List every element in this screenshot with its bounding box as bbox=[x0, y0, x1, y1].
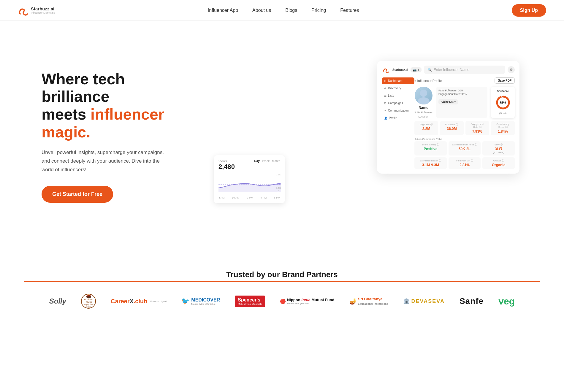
dash-main-content: < Influencer Profile Save PDF bbox=[414, 77, 515, 169]
nav-influencer-app[interactable]: Influencer App bbox=[208, 8, 238, 13]
metric-paid-post-value: 2.81% bbox=[451, 163, 479, 167]
logo[interactable]: Starbuzz.ai Influencer Marketing bbox=[18, 4, 55, 17]
profile-main-section: Name 3.4M Followers Location Fake Follow… bbox=[414, 87, 515, 118]
x-label-4pm: 4 PM bbox=[260, 196, 267, 199]
dash-gear-icon: ⚙ bbox=[508, 66, 515, 73]
hero-title-line2: meets bbox=[42, 106, 91, 123]
profile-name: Name bbox=[419, 106, 428, 110]
sidebar-campaigns-label: Campaigns bbox=[388, 101, 403, 105]
metric-reach: Estimated Reach ⓘ 3.1M-9.3M bbox=[414, 157, 447, 169]
chart-area: 2.5K AVG 1.5K 0 bbox=[218, 173, 280, 194]
tab-month[interactable]: Month bbox=[272, 159, 280, 163]
metric-followers-value: 36.0M bbox=[442, 127, 461, 131]
partner-sanfe: Sanfe bbox=[460, 296, 484, 306]
metric-consistency: Consistency Score ⓘ 1.84% bbox=[491, 121, 515, 135]
nav-features[interactable]: Features bbox=[340, 8, 359, 13]
nippon-name: Nippon india Mutual Fund bbox=[287, 298, 335, 302]
hero-section: Where tech brilliance meets influencer m… bbox=[0, 21, 564, 252]
partner-nippon: 🔴 Nippon india Mutual Fund Wealth sets y… bbox=[280, 298, 335, 305]
dashboard-card: Starbuzz.ai 📷▾ 🔍 Enter Influencer Name ⚙… bbox=[377, 61, 519, 174]
save-pdf-button[interactable]: Save PDF bbox=[495, 77, 515, 84]
metric-growth-value: Organic bbox=[485, 163, 512, 167]
sidebar-dashboard[interactable]: ⊞ Dashboard bbox=[382, 77, 414, 84]
nav-about-us[interactable]: About us bbox=[252, 8, 271, 13]
profile-icon: 👤 bbox=[384, 117, 387, 120]
back-button[interactable]: < Influencer Profile bbox=[414, 79, 442, 82]
hero-content: Where tech brilliance meets influencer m… bbox=[42, 70, 196, 203]
views-info: Views 2,480 bbox=[218, 159, 235, 171]
tab-day[interactable]: Day bbox=[254, 159, 259, 163]
sidebar-lists[interactable]: ☰ Lists bbox=[382, 92, 414, 99]
profile-header: < Influencer Profile Save PDF bbox=[414, 77, 515, 84]
line-chart: 2.5K AVG 1.5K 0 bbox=[218, 173, 281, 192]
dash-sidebar: ⊞ Dashboard ⊕ Discovery ☰ Lists ⊡ Campai… bbox=[382, 77, 414, 169]
partner-almond-house: 🌰 ALMONDHOUSE makes fine living affordab… bbox=[81, 294, 96, 309]
discovery-icon: ⊕ bbox=[384, 87, 386, 90]
hero-title-line1: Where tech brilliance bbox=[42, 70, 125, 105]
nav-blogs[interactable]: Blogs bbox=[285, 8, 297, 13]
cta-button[interactable]: Get Started for Free bbox=[42, 186, 113, 203]
dash-search-placeholder: Enter Influencer Name bbox=[434, 68, 469, 72]
chart-x-labels: 8 AM 10 AM 2 PM 4 PM 6 PM bbox=[218, 196, 280, 199]
nav-pricing[interactable]: Pricing bbox=[311, 8, 326, 13]
partner-medicover: 🐦 MEDICOVER Makes living affordable bbox=[181, 297, 220, 305]
partners-title: Trusted by our Brand Partners bbox=[226, 270, 338, 279]
sidebar-profile[interactable]: 👤 Profile bbox=[382, 115, 414, 121]
sidebar-campaigns[interactable]: ⊡ Campaigns bbox=[382, 100, 414, 107]
almond-house-icon: 🌰 ALMONDHOUSE makes fine living affordab… bbox=[81, 294, 96, 309]
dash-body: ⊞ Dashboard ⊕ Discovery ☰ Lists ⊡ Campai… bbox=[382, 77, 515, 169]
hero-illustration: Starbuzz.ai 📷▾ 🔍 Enter Influencer Name ⚙… bbox=[196, 55, 522, 218]
metric-paid-post-label: Paid Post ER ⓘ bbox=[451, 159, 479, 162]
sidebar-communication[interactable]: ✉ Communication bbox=[382, 107, 414, 114]
partners-section: Trusted by our Brand Partners Solly 🌰 AL… bbox=[0, 252, 564, 332]
avatar bbox=[415, 87, 432, 104]
partner-devaseva: 🏛️ DEVASEVA bbox=[403, 298, 445, 304]
sb-score-box: SB Score 85% (Good) bbox=[491, 87, 515, 118]
nippon-logo: 🔴 Nippon india Mutual Fund Wealth sets y… bbox=[280, 298, 335, 305]
views-label: Views bbox=[218, 159, 235, 163]
sidebar-communication-label: Communication bbox=[388, 109, 408, 112]
add-to-list-button[interactable]: Add to List + bbox=[438, 99, 458, 104]
medicover-bird: 🐦 bbox=[181, 297, 189, 305]
logo-icon bbox=[18, 4, 28, 17]
sanfe-text: Sanfe bbox=[460, 296, 484, 306]
hero-title: Where tech brilliance meets influencer m… bbox=[42, 70, 196, 141]
communication-icon: ✉ bbox=[384, 109, 386, 112]
sidebar-discovery[interactable]: ⊕ Discovery bbox=[382, 85, 414, 92]
partners-underline bbox=[24, 281, 540, 282]
lists-icon: ☰ bbox=[384, 94, 386, 97]
dash-search: 🔍 Enter Influencer Name bbox=[424, 66, 505, 74]
profile-stats-box: Fake Followers: 20% Engagement Rate: 90%… bbox=[436, 87, 487, 118]
veg-text: veg bbox=[498, 296, 515, 307]
metric-avg-likes-label: Avg Likes ⓘ bbox=[417, 123, 436, 126]
logo-subtext: Influencer Marketing bbox=[31, 11, 55, 14]
views-count: 2,480 bbox=[218, 163, 235, 171]
nav-links: Influencer App About us Blogs Pricing Fe… bbox=[208, 8, 359, 13]
metrics-row-3: Estimated Reach ⓘ 3.1M-9.3M Paid Post ER… bbox=[414, 157, 515, 169]
tab-week[interactable]: Week bbox=[262, 159, 270, 163]
signup-button[interactable]: Sign Up bbox=[512, 4, 546, 17]
likes-comments-label: Likes-Comments Ratio bbox=[414, 138, 515, 141]
metric-brand-safety-value: Positive bbox=[417, 147, 444, 151]
medicover-tagline: Makes living affordable bbox=[191, 303, 220, 305]
dash-brand: Starbuzz.ai bbox=[392, 68, 408, 72]
logo-text: Starbuzz.ai bbox=[31, 6, 55, 11]
metric-followers-label: Followers ⓘ bbox=[442, 123, 461, 126]
sb-score-percent: 85% bbox=[500, 101, 506, 104]
views-header: Views 2,480 Day Week Month bbox=[218, 159, 280, 171]
metric-brand-safety: Brand Safety ⓘ Positive bbox=[414, 141, 447, 155]
partner-solly: Solly bbox=[49, 297, 66, 305]
svg-point-0 bbox=[420, 90, 427, 97]
dashboard-icon: ⊞ bbox=[384, 80, 386, 82]
hero-title-line3: magic. bbox=[42, 123, 91, 141]
metric-emv-label: EMV ⓘ bbox=[485, 143, 512, 146]
nippon-tagline: Wealth sets you free bbox=[287, 302, 335, 305]
dash-platform: 📷▾ bbox=[411, 67, 422, 72]
metric-growth: Growth ⓘ Organic bbox=[482, 157, 515, 169]
profile-location: Location bbox=[419, 115, 429, 118]
avatar-image bbox=[415, 87, 432, 104]
srichaitanya-icon: 🪔 bbox=[349, 298, 357, 305]
svg-point-1 bbox=[418, 97, 430, 104]
metric-eng-rate-label: Engagement Rate ⓘ bbox=[468, 123, 487, 129]
nippon-icon: 🔴 bbox=[280, 299, 286, 304]
